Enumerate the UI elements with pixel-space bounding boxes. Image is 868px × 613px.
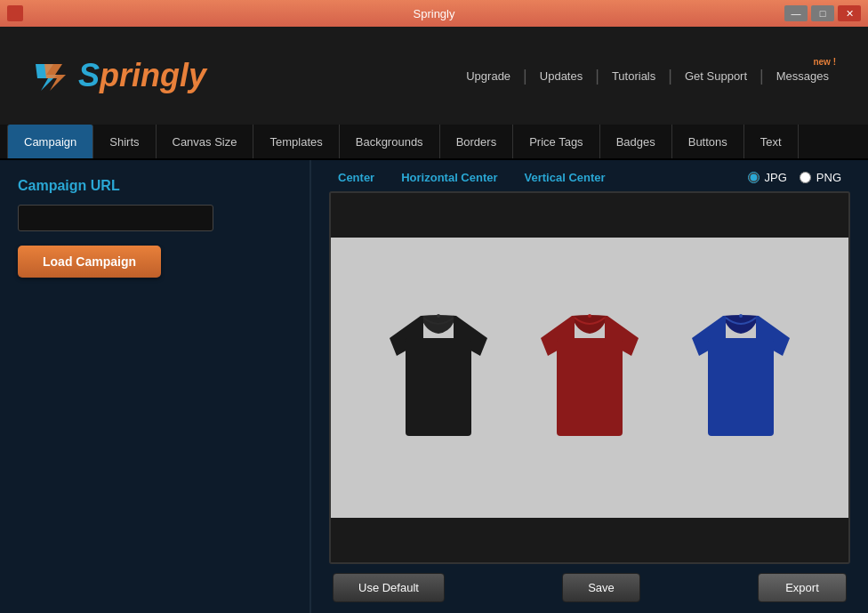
save-button[interactable]: Save	[562, 573, 640, 602]
png-radio[interactable]	[800, 172, 811, 183]
campaign-url-input[interactable]	[18, 205, 213, 231]
tab-campaign[interactable]: Campaign	[7, 125, 93, 158]
nav-upgrade[interactable]: Upgrade	[454, 69, 523, 83]
svg-point-8	[739, 314, 743, 318]
load-campaign-button[interactable]: Load Campaign	[18, 246, 161, 278]
header-nav: Upgrade | Updates | Tutorials | Get Supp…	[454, 67, 841, 85]
tab-badges[interactable]: Badges	[600, 125, 672, 158]
png-option[interactable]: PNG	[800, 171, 841, 184]
canvas-area: Center Horizontal Center Vertical Center…	[311, 160, 868, 613]
canvas-footer: Use Default Save Export	[329, 573, 850, 602]
canvas-toolbar: Center Horizontal Center Vertical Center…	[329, 171, 850, 184]
maximize-button[interactable]: □	[811, 5, 834, 21]
canvas-wrapper	[329, 191, 850, 564]
close-button[interactable]: ✕	[838, 5, 861, 21]
tab-buttons[interactable]: Buttons	[672, 125, 744, 158]
tab-templates[interactable]: Templates	[253, 125, 339, 158]
shirt-black	[381, 307, 496, 449]
minimize-button[interactable]: —	[784, 5, 808, 21]
jpg-option[interactable]: JPG	[748, 171, 787, 184]
jpg-radio[interactable]	[748, 172, 760, 183]
shirt-blue	[683, 307, 799, 449]
window-controls: — □ ✕	[784, 5, 861, 21]
tab-backgrounds[interactable]: Backgrounds	[340, 125, 440, 158]
tab-price-tags[interactable]: Price Tags	[513, 125, 599, 158]
canvas-top-bar	[331, 193, 848, 238]
logo-pringly: pringly	[100, 57, 206, 93]
shirt-red	[532, 307, 647, 449]
tab-bar: Campaign Shirts Canvas Size Templates Ba…	[0, 125, 868, 160]
logo-s: S	[78, 57, 100, 93]
nav-get-support[interactable]: Get Support	[672, 69, 760, 83]
align-horizontal-button[interactable]: Horizontal Center	[401, 171, 497, 184]
title-bar: Springly — □ ✕	[0, 0, 868, 27]
logo-icon	[27, 53, 71, 98]
title-bar-title: Springly	[414, 7, 455, 20]
canvas-preview	[331, 238, 848, 518]
use-default-button[interactable]: Use Default	[333, 573, 445, 602]
tab-shirts[interactable]: Shirts	[93, 125, 156, 158]
campaign-url-label: Campaign URL	[18, 178, 292, 194]
svg-rect-7	[708, 338, 774, 436]
main-area: Campaign URL Load Campaign Center Horizo…	[0, 160, 868, 613]
logo: Springly	[27, 53, 206, 98]
svg-point-6	[588, 314, 591, 318]
export-button[interactable]: Export	[758, 573, 847, 602]
nav-tutorials[interactable]: Tutorials	[599, 69, 668, 83]
header: Springly Upgrade | Updates | Tutorials |…	[0, 27, 868, 125]
svg-rect-5	[557, 338, 623, 436]
new-badge: new !	[813, 57, 836, 67]
logo-text: Springly	[78, 57, 206, 94]
svg-rect-3	[406, 338, 471, 436]
tab-borders[interactable]: Borders	[440, 125, 514, 158]
align-center-button[interactable]: Center	[338, 171, 374, 184]
nav-messages[interactable]: new ! Messages	[764, 69, 841, 83]
nav-updates[interactable]: Updates	[527, 69, 595, 83]
svg-marker-2	[44, 64, 66, 91]
app-icon	[7, 5, 23, 21]
nav-messages-label: Messages	[776, 69, 829, 83]
align-vertical-button[interactable]: Vertical Center	[525, 171, 606, 184]
tab-canvas-size[interactable]: Canvas Size	[157, 125, 254, 158]
sidebar: Campaign URL Load Campaign	[0, 160, 311, 613]
format-options: JPG PNG	[748, 171, 841, 184]
svg-rect-0	[10, 8, 20, 19]
canvas-bottom-bar	[331, 518, 848, 562]
svg-point-4	[437, 314, 440, 318]
tab-text[interactable]: Text	[744, 125, 799, 158]
